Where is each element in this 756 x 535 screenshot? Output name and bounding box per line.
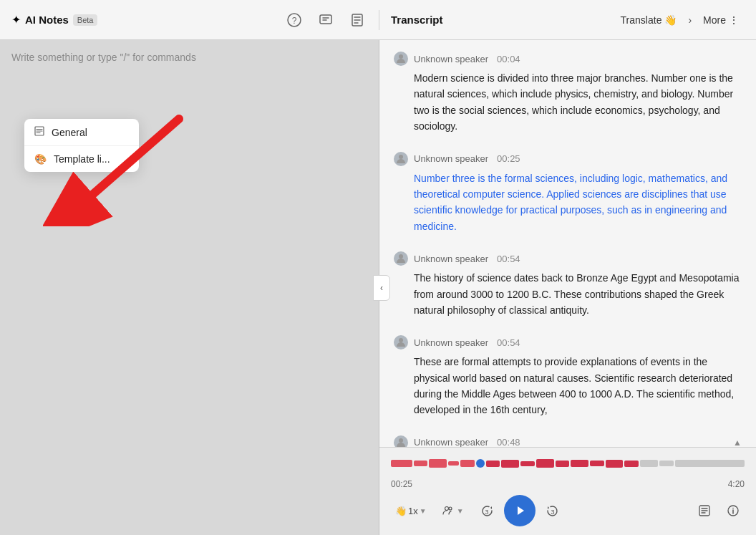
waveform-container[interactable] bbox=[391, 453, 745, 476]
dropdown-item-general[interactable]: General bbox=[24, 119, 139, 145]
transcript-icon-button[interactable] bbox=[693, 499, 716, 522]
speaker-line-1: Unknown speaker 00:04 bbox=[394, 52, 742, 66]
waveform-seg bbox=[590, 461, 604, 466]
transcript-content: Unknown speaker 00:04 Modern science is … bbox=[379, 40, 756, 447]
general-icon bbox=[34, 126, 44, 138]
svg-point-13 bbox=[449, 507, 452, 510]
speaker-name-2: Unknown speaker bbox=[414, 153, 488, 164]
header-right-actions: Translate 👋 › More ⋮ bbox=[615, 11, 745, 29]
notes-button[interactable] bbox=[347, 10, 367, 30]
app-header: ✦ AI Notes Beta ? bbox=[0, 0, 756, 40]
svg-point-7 bbox=[399, 54, 403, 59]
time-row: 00:25 4:20 bbox=[391, 479, 745, 489]
general-label: General bbox=[52, 127, 87, 138]
translate-emoji: 👋 bbox=[664, 14, 677, 26]
translate-label: Translate bbox=[621, 14, 662, 26]
transcript-block-partial: Unknown speaker 00:48 ▲ bbox=[394, 435, 742, 447]
waveform-seg bbox=[460, 460, 475, 467]
transcript-title: Transcript bbox=[391, 14, 443, 26]
left-panel: Write something or type "/" for commands… bbox=[0, 40, 379, 535]
speed-label: 1x bbox=[408, 506, 418, 516]
transcript-text-3: The history of science dates back to Bro… bbox=[394, 270, 742, 318]
translate-button[interactable]: Translate 👋 bbox=[615, 11, 683, 29]
dropdown-menu: General 🎨 Template li... bbox=[24, 119, 139, 172]
template-icon: 🎨 bbox=[34, 153, 47, 165]
app-name: AI Notes bbox=[25, 14, 69, 26]
waveform-seg bbox=[414, 461, 428, 466]
svg-text:3: 3 bbox=[485, 509, 488, 516]
speaker-line-partial: Unknown speaker 00:48 ▲ bbox=[394, 435, 742, 447]
svg-point-9 bbox=[399, 254, 403, 259]
svg-marker-15 bbox=[518, 506, 524, 515]
speaker-time-3: 00:54 bbox=[497, 254, 520, 264]
info-button[interactable] bbox=[722, 499, 745, 522]
more-label: More bbox=[703, 14, 726, 26]
speaker-line-3: Unknown speaker 00:54 bbox=[394, 251, 742, 266]
collapse-icon: ▲ bbox=[733, 438, 742, 447]
more-button[interactable]: More ⋮ bbox=[697, 11, 745, 29]
svg-point-11 bbox=[399, 438, 403, 443]
play-button[interactable] bbox=[504, 495, 536, 526]
audio-player: 00:25 4:20 👋 1x ▼ ▼ bbox=[379, 447, 756, 535]
speaker-avatar-partial bbox=[394, 435, 408, 447]
header-left: ✦ AI Notes Beta ? bbox=[0, 10, 379, 30]
skip-forward-button[interactable]: 3 bbox=[541, 499, 564, 522]
waveform-seg bbox=[606, 460, 624, 468]
collapse-panel-button[interactable]: ‹ bbox=[373, 275, 390, 301]
transcript-block-1: Unknown speaker 00:04 Modern science is … bbox=[394, 52, 742, 135]
header-icon-group: ? bbox=[284, 10, 367, 30]
waveform-seg bbox=[675, 460, 745, 467]
player-controls: 👋 1x ▼ ▼ 3 bbox=[391, 495, 745, 526]
speed-button[interactable]: 👋 1x ▼ bbox=[391, 503, 431, 519]
transcript-text-2: Number three is the formal sciences, inc… bbox=[394, 170, 742, 235]
waveform-seg bbox=[501, 460, 519, 468]
speaker-avatar-3 bbox=[394, 251, 408, 266]
svg-rect-2 bbox=[320, 15, 331, 24]
waveform-seg bbox=[486, 461, 500, 467]
speaker-avatar-1 bbox=[394, 52, 408, 66]
total-time: 4:20 bbox=[728, 479, 745, 489]
speaker-name-4: Unknown speaker bbox=[414, 337, 488, 348]
progress-handle[interactable] bbox=[476, 459, 485, 468]
chat-button[interactable] bbox=[316, 10, 336, 30]
logo-icon: ✦ bbox=[11, 13, 21, 26]
speaker-name-partial: Unknown speaker bbox=[414, 437, 488, 447]
current-time: 00:25 bbox=[391, 479, 412, 489]
svg-point-19 bbox=[732, 508, 734, 509]
transcript-text-1: Modern science is divided into three maj… bbox=[394, 70, 742, 135]
editor-placeholder: Write something or type "/" for commands bbox=[0, 40, 379, 74]
transcript-block-3: Unknown speaker 00:54 The history of sci… bbox=[394, 251, 742, 318]
speakers-button[interactable]: ▼ bbox=[437, 502, 470, 519]
right-controls bbox=[693, 499, 745, 522]
waveform-seg bbox=[448, 461, 459, 466]
main-content: Write something or type "/" for commands… bbox=[0, 40, 756, 535]
waveform-seg bbox=[391, 460, 412, 467]
svg-point-10 bbox=[399, 338, 403, 342]
transcript-block-2: Unknown speaker 00:25 Number three is th… bbox=[394, 152, 742, 235]
speed-emoji: 👋 bbox=[395, 506, 407, 516]
waveform-area bbox=[391, 453, 745, 476]
waveform-seg bbox=[556, 461, 570, 467]
speaker-avatar-4 bbox=[394, 335, 408, 350]
speaker-time-2: 00:25 bbox=[497, 153, 520, 164]
app-logo: ✦ AI Notes Beta bbox=[11, 13, 97, 26]
chevron-right-button[interactable]: › bbox=[685, 11, 694, 29]
speaker-line-4: Unknown speaker 00:54 bbox=[394, 335, 742, 350]
speaker-time-1: 00:04 bbox=[497, 54, 520, 64]
svg-point-12 bbox=[445, 507, 448, 511]
speaker-name-3: Unknown speaker bbox=[414, 254, 488, 264]
header-right: Transcript Translate 👋 › More ⋮ bbox=[379, 11, 756, 29]
transcript-block-4: Unknown speaker 00:54 These are formal a… bbox=[394, 335, 742, 418]
speakers-icon bbox=[442, 505, 454, 516]
skip-back-button[interactable]: 3 bbox=[475, 499, 498, 522]
beta-badge: Beta bbox=[73, 14, 98, 26]
speaker-time-partial: 00:48 bbox=[497, 437, 520, 447]
help-button[interactable]: ? bbox=[284, 10, 304, 30]
waveform-seg bbox=[536, 459, 554, 468]
transcript-text-4: These are formal attempts to provide exp… bbox=[394, 354, 742, 418]
svg-text:3: 3 bbox=[551, 509, 554, 516]
waveform-seg bbox=[429, 459, 447, 468]
speaker-time-4: 00:54 bbox=[497, 337, 520, 348]
waveform-seg bbox=[520, 461, 535, 466]
dropdown-item-template[interactable]: 🎨 Template li... bbox=[24, 145, 139, 172]
